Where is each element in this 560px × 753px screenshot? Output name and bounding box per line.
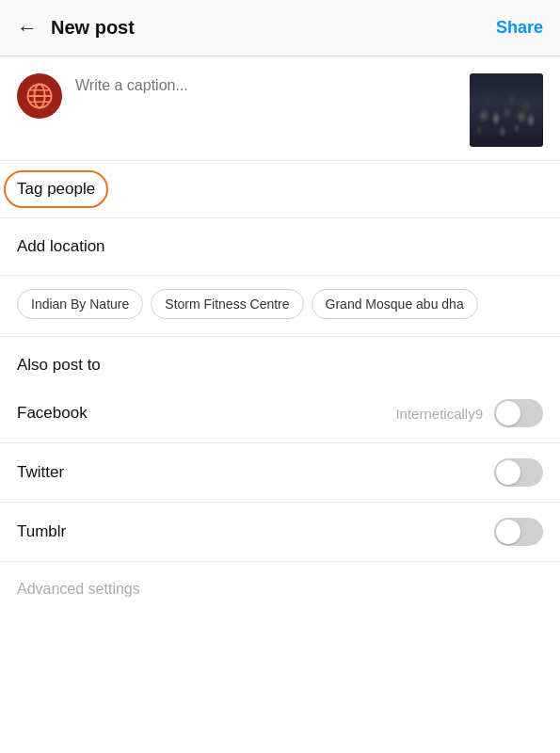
tag-people-section[interactable]: Tag people	[0, 161, 560, 218]
header: ← New post Share	[0, 0, 560, 56]
tumblr-toggle-knob	[496, 520, 520, 544]
advanced-settings-section[interactable]: Advanced settings	[0, 562, 560, 617]
location-chips-row: Indian By Nature Storm Fitness Centre Gr…	[0, 276, 560, 337]
also-post-section: Also post to	[0, 337, 560, 384]
twitter-label: Twitter	[17, 463, 64, 482]
back-button[interactable]: ←	[17, 18, 38, 39]
facebook-label: Facebook	[17, 404, 88, 423]
add-location-label: Add location	[17, 237, 105, 255]
location-chip[interactable]: Indian By Nature	[17, 289, 143, 319]
twitter-toggle-knob	[496, 460, 520, 485]
tag-people-label: Tag people	[17, 180, 95, 198]
facebook-toggle[interactable]	[494, 399, 543, 427]
facebook-username: Internetically9	[395, 406, 483, 422]
tumblr-label: Tumblr	[17, 522, 66, 541]
caption-area	[0, 56, 560, 161]
tumblr-toggle[interactable]	[494, 518, 543, 546]
twitter-toggle[interactable]	[494, 458, 543, 487]
add-location-section[interactable]: Add location	[0, 218, 560, 276]
also-post-label: Also post to	[17, 356, 101, 374]
caption-input[interactable]	[75, 73, 456, 128]
tumblr-row: Tumblr	[0, 503, 560, 562]
facebook-right: Internetically9	[395, 399, 543, 427]
post-thumbnail	[470, 73, 543, 147]
location-chip[interactable]: Grand Mosque abu dha	[312, 289, 478, 319]
tumblr-right	[494, 518, 543, 546]
share-button[interactable]: Share	[496, 18, 543, 38]
globe-icon	[17, 73, 62, 119]
twitter-right	[494, 458, 543, 487]
page-title: New post	[51, 17, 496, 39]
tag-people-wrapper: Tag people	[17, 180, 95, 199]
advanced-settings-label: Advanced settings	[17, 581, 140, 597]
twitter-row: Twitter	[0, 443, 560, 503]
facebook-row: Facebook Internetically9	[0, 384, 560, 443]
facebook-toggle-knob	[496, 401, 520, 425]
location-chip[interactable]: Storm Fitness Centre	[151, 289, 303, 319]
